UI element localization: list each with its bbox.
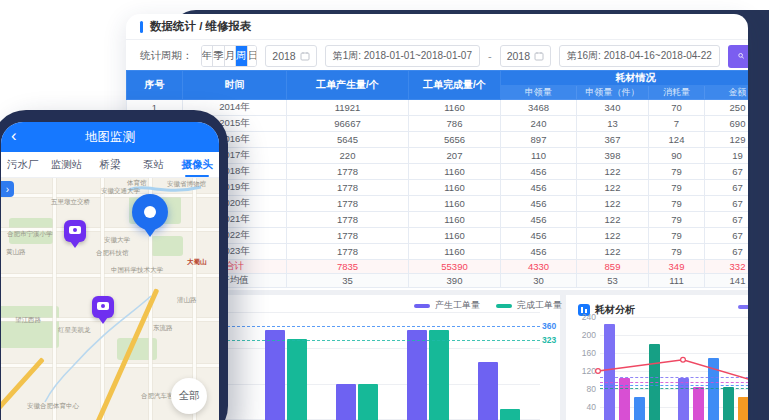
y-axis-tick: 200 <box>572 330 596 340</box>
table-cell: 1778 <box>287 164 409 180</box>
tab-桥梁[interactable]: 桥梁 <box>88 152 132 177</box>
table-cell: 67 <box>705 212 749 228</box>
table-cell: 67 <box>705 196 749 212</box>
table-cell: 122 <box>577 228 649 244</box>
map-place-label: 红星美凯龙 <box>58 326 91 335</box>
table-cell: 1160 <box>409 180 501 196</box>
consumable-bar <box>723 387 734 420</box>
column-header: 时间 <box>183 71 287 100</box>
marker-tail <box>98 317 108 324</box>
sub-column-header: 申领量 <box>501 86 577 100</box>
table-cell: 456 <box>501 164 577 180</box>
table-cell: 79 <box>649 228 705 244</box>
table-cell: 124 <box>649 132 705 148</box>
reference-line-label: 323 <box>542 335 556 345</box>
table-cell: 122 <box>577 164 649 180</box>
breadcrumb-accent <box>140 21 143 33</box>
table-cell: 110 <box>501 148 577 164</box>
y-axis-tick: 160 <box>572 348 596 358</box>
table-cell: 1778 <box>287 244 409 260</box>
table-cell: 1160 <box>409 164 501 180</box>
map-place-label: 潜山路 <box>177 296 197 305</box>
legend-swatch <box>496 304 512 308</box>
map-place-label: 合肥市宁溪小学 <box>7 230 53 239</box>
week-from-input[interactable]: 第1周: 2018-01-01~2018-01-07 <box>325 45 480 67</box>
table-cell: 456 <box>501 244 577 260</box>
show-all-button[interactable]: 全部 <box>171 378 207 414</box>
legend-swatch <box>414 304 430 308</box>
tab-监测站[interactable]: 监测站 <box>45 152 89 177</box>
search-button[interactable]: 查询 <box>728 45 748 68</box>
y-axis-tick: 240 <box>572 312 596 322</box>
consumable-bar <box>738 397 748 420</box>
back-icon[interactable]: ‹ <box>11 126 17 146</box>
table-cell: 456 <box>501 228 577 244</box>
period-option-周[interactable]: 周 <box>236 46 248 66</box>
calendar-icon <box>300 51 310 61</box>
chart-gridline <box>600 317 748 318</box>
table-cell: 398 <box>577 148 649 164</box>
legend-item: 完成工单量 <box>496 299 562 312</box>
tab-摄像头[interactable]: 摄像头 <box>175 152 219 177</box>
table-cell: 456 <box>501 180 577 196</box>
bar-产生工单量 <box>265 330 285 420</box>
marker-tail <box>143 227 157 237</box>
year-to-value: 2018 <box>507 50 530 62</box>
reference-line <box>222 326 540 327</box>
period-segment: 年季月周日 <box>201 45 258 67</box>
period-option-季[interactable]: 季 <box>213 46 225 66</box>
camera-marker[interactable] <box>92 296 114 318</box>
period-option-日[interactable]: 日 <box>248 46 258 66</box>
consumable-bar <box>693 387 704 420</box>
average-line <box>600 385 748 386</box>
selected-camera-marker[interactable] <box>132 194 168 230</box>
map-place-label: 望江西路 <box>15 316 41 325</box>
average-line <box>600 388 748 389</box>
period-option-月[interactable]: 月 <box>225 46 237 66</box>
calendar-icon <box>534 51 544 61</box>
table-cell: 30 <box>501 274 577 288</box>
reference-line-label: 360 <box>542 321 556 331</box>
table-cell: 859 <box>577 260 649 274</box>
table-cell: 122 <box>577 244 649 260</box>
table-cell: 19 <box>705 148 749 164</box>
phone-header: ‹ 地图监测 <box>1 122 219 152</box>
sub-column-header: 金额 <box>705 86 749 100</box>
phone-title: 地图监测 <box>85 129 135 146</box>
period-label: 统计周期： <box>140 49 193 63</box>
camera-marker[interactable] <box>64 220 86 242</box>
bar-完成工单量 <box>429 330 449 420</box>
table-cell: 35 <box>287 274 409 288</box>
bar-产生工单量 <box>478 362 498 420</box>
legend-label: 产生工单量 <box>435 299 480 312</box>
table-cell: 55390 <box>409 260 501 274</box>
tab-泵站[interactable]: 泵站 <box>132 152 176 177</box>
legend-fragment <box>738 305 748 309</box>
table-cell: 1160 <box>409 100 501 116</box>
year-from-select[interactable]: 2018 <box>265 45 316 67</box>
table-cell: 786 <box>409 116 501 132</box>
week-to-input[interactable]: 第16周: 2018-04-16~2018-04-22 <box>559 45 720 67</box>
year-to-select[interactable]: 2018 <box>500 45 551 67</box>
tab-污水厂[interactable]: 污水厂 <box>1 152 45 177</box>
map-view[interactable]: 体育馆安徽交通大学安徽省博物馆五里墩立交桥合肥市宁溪小学黄山路安徽大学合肥科技馆… <box>1 178 219 420</box>
legend-label: 完成工单量 <box>517 299 562 312</box>
table-cell: 90 <box>649 148 705 164</box>
table-cell: 690 <box>705 116 749 132</box>
table-cell: 207 <box>409 148 501 164</box>
table-cell: 129 <box>705 132 749 148</box>
map-expander-button[interactable]: › <box>1 181 14 197</box>
table-cell: 4330 <box>501 260 577 274</box>
table-cell: 332 <box>705 260 749 274</box>
sub-column-header: 消耗量 <box>649 86 705 100</box>
chart-gridline <box>222 312 540 313</box>
table-cell: 13 <box>577 116 649 132</box>
column-header: 工单产生量/个 <box>287 71 409 100</box>
period-option-年[interactable]: 年 <box>202 46 214 66</box>
average-line <box>600 382 748 383</box>
breadcrumb: 数据统计 / 维修报表 <box>150 19 252 34</box>
map-place-label: 大蜀山 <box>187 258 207 267</box>
table-cell: 1160 <box>409 244 501 260</box>
chart-gridline <box>600 353 748 354</box>
table-cell: 897 <box>501 132 577 148</box>
